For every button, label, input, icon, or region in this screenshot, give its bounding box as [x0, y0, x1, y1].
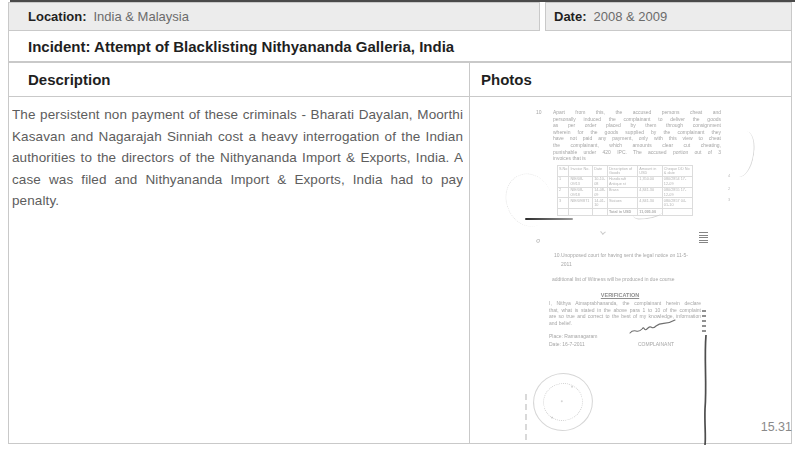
- place-line: Place: Ramanagaram: [549, 333, 597, 340]
- scan-table-cell: Handicraft Antique st: [607, 176, 637, 187]
- description-line: case was filed and Nithyananda Import & …: [12, 169, 463, 191]
- scan-table-cell: Amount in USD: [638, 166, 663, 177]
- description-line: authorities to the directors of the Nith…: [12, 147, 463, 169]
- scan-paragraph-line: have not paid any payment, only with thi…: [553, 135, 721, 142]
- faint-stamp-arc: [498, 167, 560, 233]
- scan-table-cell: [558, 209, 569, 215]
- description-line: The persistent non payment of these crim…: [12, 104, 463, 126]
- scan-paragraph-line: personally induced the complainant to de…: [553, 116, 721, 123]
- photos-column-header: Photos: [481, 63, 532, 96]
- scan-paragraph-line: that, what is stated in the above para 1…: [549, 307, 701, 314]
- incident-title-text: Incident: Attempt of Blacklisting Nithya…: [28, 38, 454, 55]
- witness-line: additional list of Witness will be produ…: [552, 276, 675, 283]
- location-value: India & Malaysia: [94, 9, 189, 24]
- scan-table-cell: Statues: [607, 198, 637, 209]
- description-line: penalty.: [12, 190, 463, 212]
- scan-table-row: S.NoInvoice No.DateDescription of GoodsA…: [558, 166, 693, 177]
- description-line: Kasavan and Nagarajah Sinniah cost a hea…: [12, 126, 463, 148]
- scan-table-cell: 4,841.30: [638, 198, 663, 209]
- verification-paragraph: I, Nithya Atmaprabhananda, the complaina…: [549, 300, 701, 326]
- scan-tick-mark: [600, 229, 606, 235]
- notice-line: 10.Unopposed court for having sent the l…: [554, 252, 688, 259]
- scan-table-row: 1NIE/08-09/1310-10-08Handicraft Antique …: [558, 176, 693, 187]
- page-number: 15.31: [752, 420, 792, 434]
- verification-heading: VERIFICATION: [540, 292, 700, 298]
- scan-table-cell: 1,350.00: [638, 176, 663, 187]
- scan-barcode-mark: [699, 232, 708, 243]
- scan-table-row: Total in USD11,095.00: [558, 209, 693, 215]
- scan-table-cell: NIE/08-09/13: [569, 176, 593, 187]
- scan-table-cell: [593, 209, 608, 215]
- content-table: Description Photos The persistent non pa…: [8, 62, 792, 444]
- page-binding-line: [700, 334, 712, 446]
- scan-table-cell: Brass: [607, 187, 637, 198]
- description-column-header: Description: [28, 63, 111, 96]
- signature-scribble: [629, 317, 677, 337]
- scan-paragraph-line: and belief.: [549, 320, 701, 327]
- description-text: The persistent non payment of these crim…: [12, 104, 463, 212]
- scan-paragraph-line: I, Nithya Atmaprabhananda, the complaina…: [549, 300, 701, 307]
- scan-paragraph-line: invoices that is: [553, 155, 721, 162]
- scan-table-cell: Cheque DD No & date: [662, 166, 692, 177]
- scan-table-cell: NIE/09/871: [569, 198, 593, 209]
- scan-squiggle-mark: [536, 239, 540, 243]
- scan-artifact-arc: [728, 129, 758, 178]
- margin-mark: 4: [728, 173, 730, 178]
- scan-paragraph: Apart from this, the accused persons che…: [553, 109, 721, 162]
- location-bar: Location: India & Malaysia: [8, 2, 540, 31]
- scan-paragraph-line: are so true and correct to the best of m…: [549, 313, 701, 320]
- scan-dash-marks: [525, 394, 527, 440]
- scan-table-row: 3NIE/09/87114-01-10Statues4,841.30080/28…: [558, 198, 693, 209]
- location-label: Location:: [28, 9, 87, 24]
- scan-paragraph-line: the complainant, which amounts clear cut…: [553, 142, 721, 149]
- scan-table-cell: Date: [593, 166, 608, 177]
- scan-table-cell: 080/2855 17-12-09: [662, 187, 692, 198]
- scan-table-cell: Description of Goods: [607, 166, 637, 177]
- scan-paragraph-line: as per order placed by them through cons…: [553, 122, 721, 129]
- scan-table-cell: 4,841.30: [638, 187, 663, 198]
- scan-table-cell: 080/2857 04-01-10: [662, 198, 692, 209]
- signature-date-line: Date: 16-7-2011: [549, 341, 585, 348]
- scan-table-cell: NIE/08-09/18: [569, 187, 593, 198]
- scan-pen-swoosh: [633, 208, 664, 220]
- scan-table-cell: Invoice No.: [569, 166, 593, 177]
- scan-table-cell: 3: [558, 198, 569, 209]
- scan-edge-marks: [702, 310, 706, 332]
- slide: Location: India & Malaysia Date: 2008 & …: [0, 0, 800, 450]
- paragraph-number: 10: [536, 109, 542, 115]
- scan-paragraph-line: wherein for the goods supplied by the co…: [553, 129, 721, 136]
- scan-table-cell: 10-10-08: [593, 176, 608, 187]
- margin-mark: 2: [728, 186, 730, 191]
- date-bar: Date: 2008 & 2009: [545, 2, 792, 31]
- scan-ink-line: [525, 218, 573, 220]
- date-label: Date:: [554, 9, 587, 24]
- scan-table-cell: [569, 209, 593, 215]
- scan-paragraph-line: punishable under 420 IPC. The accused po…: [553, 149, 721, 156]
- scan-table-row: 2NIE/08-09/1814-08-09Brass4,841.30080/28…: [558, 187, 693, 198]
- margin-mark: 3: [728, 197, 730, 202]
- scan-table-cell: 14-01-10: [593, 198, 608, 209]
- scan-paragraph-line: Apart from this, the accused persons che…: [553, 109, 721, 116]
- scan-table-cell: 080/2854 17-12-09: [662, 176, 692, 187]
- complainant-label: COMPLAINANT: [638, 341, 674, 348]
- date-value: 2008 & 2009: [594, 9, 668, 24]
- notice-line: 2011: [561, 261, 572, 268]
- round-stamp: [528, 367, 599, 436]
- incident-title: Incident: Attempt of Blacklisting Nithya…: [8, 31, 792, 62]
- scan-table-cell: 2: [558, 187, 569, 198]
- scan-table-cell: [662, 209, 692, 215]
- invoice-table: S.NoInvoice No.DateDescription of GoodsA…: [557, 165, 693, 216]
- scan-table-cell: 1: [558, 176, 569, 187]
- scanned-document-photo: 10 Apart from this, the accused persons …: [470, 97, 792, 444]
- scan-table-cell: S.No: [558, 166, 569, 177]
- scan-table-cell: 14-08-09: [593, 187, 608, 198]
